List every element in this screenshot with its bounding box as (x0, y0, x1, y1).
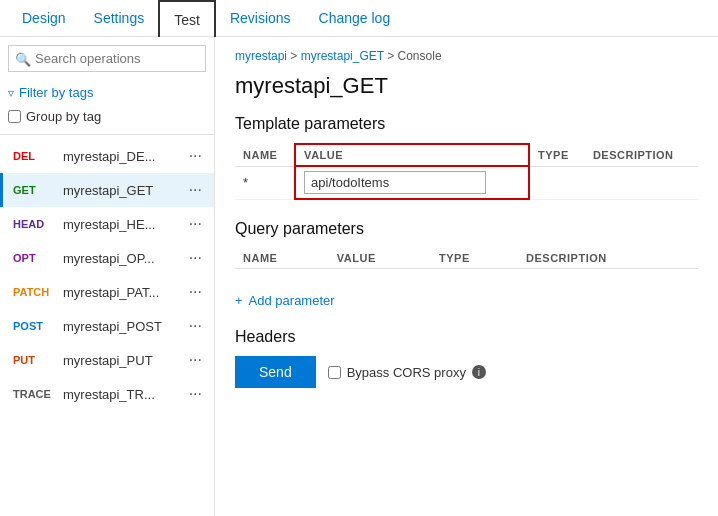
qcol-name: NAME (235, 248, 329, 269)
method-badge-patch: PATCH (13, 286, 55, 298)
add-param-label: Add parameter (249, 293, 335, 308)
method-badge-opt: OPT (13, 252, 55, 264)
add-parameter-button[interactable]: + Add parameter (235, 289, 698, 312)
sidebar-item-patch[interactable]: PATCH myrestapi_PAT... ··· (0, 275, 214, 309)
template-params-header-row: NAME VALUE TYPE DESCRIPTION (235, 144, 698, 166)
breadcrumb-page: Console (398, 49, 442, 63)
group-by-tag-checkbox[interactable] (8, 110, 21, 123)
search-icon: 🔍 (15, 51, 31, 66)
breadcrumb: myrestapi > myrestapi_GET > Console (235, 49, 698, 63)
bypass-cors-container: Bypass CORS proxy i (328, 365, 486, 380)
qcol-description: DESCRIPTION (518, 248, 698, 269)
item-name-put: myrestapi_PUT (63, 353, 179, 368)
method-badge-head: HEAD (13, 218, 55, 230)
method-badge-post: POST (13, 320, 55, 332)
param-type-cell (529, 166, 585, 199)
operations-list: DEL myrestapi_DE... ··· GET myrestapi_GE… (0, 139, 214, 516)
item-menu-patch[interactable]: ··· (187, 283, 204, 301)
template-param-row: * (235, 166, 698, 199)
method-badge-del: DEL (13, 150, 55, 162)
search-input[interactable] (8, 45, 206, 72)
item-name-del: myrestapi_DE... (63, 149, 179, 164)
bypass-cors-label: Bypass CORS proxy (347, 365, 466, 380)
param-value-input[interactable] (304, 171, 486, 194)
bypass-cors-checkbox[interactable] (328, 366, 341, 379)
tab-settings[interactable]: Settings (80, 0, 159, 37)
tab-design[interactable]: Design (8, 0, 80, 37)
tab-revisions[interactable]: Revisions (216, 0, 305, 37)
breadcrumb-operation[interactable]: myrestapi_GET (301, 49, 384, 63)
item-menu-post[interactable]: ··· (187, 317, 204, 335)
col-value: VALUE (295, 144, 529, 166)
sidebar-item-get[interactable]: GET myrestapi_GET ··· (0, 173, 214, 207)
sidebar-item-post[interactable]: POST myrestapi_POST ··· (0, 309, 214, 343)
template-params-title: Template parameters (235, 115, 698, 133)
headers-title: Headers (235, 328, 698, 346)
qcol-value: VALUE (329, 248, 431, 269)
filter-icon: ▿ (8, 86, 14, 100)
col-description: DESCRIPTION (585, 144, 698, 166)
sidebar-item-put[interactable]: PUT myrestapi_PUT ··· (0, 343, 214, 377)
sidebar-divider (0, 134, 214, 135)
template-params-table: NAME VALUE TYPE DESCRIPTION * (235, 143, 698, 200)
item-name-patch: myrestapi_PAT... (63, 285, 179, 300)
method-badge-trace: TRACE (13, 388, 55, 400)
search-container: 🔍 (8, 45, 206, 72)
breadcrumb-sep2: > (387, 49, 397, 63)
item-name-opt: myrestapi_OP... (63, 251, 179, 266)
qcol-type: TYPE (431, 248, 518, 269)
tab-changelog[interactable]: Change log (305, 0, 405, 37)
method-badge-get: GET (13, 184, 55, 196)
sidebar: 🔍 ▿ Filter by tags Group by tag DEL myre… (0, 37, 215, 516)
param-name-cell: * (235, 166, 295, 199)
main-content: myrestapi > myrestapi_GET > Console myre… (215, 37, 718, 516)
info-icon[interactable]: i (472, 365, 486, 379)
sidebar-item-trace[interactable]: TRACE myrestapi_TR... ··· (0, 377, 214, 411)
item-name-head: myrestapi_HE... (63, 217, 179, 232)
sidebar-item-head[interactable]: HEAD myrestapi_HE... ··· (0, 207, 214, 241)
group-by-tag: Group by tag (8, 109, 206, 124)
col-name: NAME (235, 144, 295, 166)
plus-icon: + (235, 293, 243, 308)
sidebar-item-del[interactable]: DEL myrestapi_DE... ··· (0, 139, 214, 173)
main-layout: 🔍 ▿ Filter by tags Group by tag DEL myre… (0, 37, 718, 516)
param-desc-cell (585, 166, 698, 199)
method-badge-put: PUT (13, 354, 55, 366)
breadcrumb-sep1: > (290, 49, 300, 63)
item-name-trace: myrestapi_TR... (63, 387, 179, 402)
query-params-table: NAME VALUE TYPE DESCRIPTION (235, 248, 698, 269)
group-by-tag-label: Group by tag (26, 109, 101, 124)
item-menu-trace[interactable]: ··· (187, 385, 204, 403)
filter-label: Filter by tags (19, 85, 93, 100)
top-nav: Design Settings Test Revisions Change lo… (0, 0, 718, 37)
breadcrumb-api[interactable]: myrestapi (235, 49, 287, 63)
item-name-post: myrestapi_POST (63, 319, 179, 334)
sidebar-item-opt[interactable]: OPT myrestapi_OP... ··· (0, 241, 214, 275)
item-menu-get[interactable]: ··· (187, 181, 204, 199)
tab-test[interactable]: Test (158, 0, 216, 37)
page-title: myrestapi_GET (235, 73, 698, 99)
param-value-cell (295, 166, 529, 199)
send-button[interactable]: Send (235, 356, 316, 388)
item-menu-opt[interactable]: ··· (187, 249, 204, 267)
item-menu-head[interactable]: ··· (187, 215, 204, 233)
query-params-title: Query parameters (235, 220, 698, 238)
send-row: Send Bypass CORS proxy i (235, 356, 698, 388)
col-type: TYPE (529, 144, 585, 166)
filter-by-tags[interactable]: ▿ Filter by tags (8, 82, 206, 103)
item-menu-del[interactable]: ··· (187, 147, 204, 165)
query-params-header-row: NAME VALUE TYPE DESCRIPTION (235, 248, 698, 269)
item-name-get: myrestapi_GET (63, 183, 179, 198)
item-menu-put[interactable]: ··· (187, 351, 204, 369)
